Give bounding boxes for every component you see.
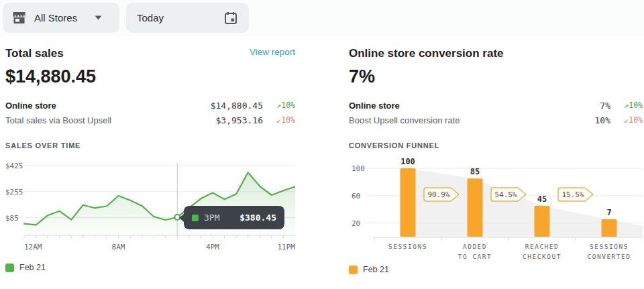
- tooltip-time-label: 3PM: [204, 213, 239, 223]
- conversion-rate-label: 90.9%: [427, 190, 449, 199]
- funnel-category-label: TO CART: [458, 253, 492, 260]
- date-selector-button[interactable]: Today: [126, 3, 249, 33]
- storefront-icon: [12, 11, 26, 24]
- metric-value: $14,880.45: [211, 101, 263, 111]
- metric-value: 10%: [595, 115, 610, 125]
- funnel-category-label: REACHED: [525, 243, 559, 250]
- conversion-breakdown: Online store 7% ↗10% Boost Upsell conver…: [349, 98, 643, 127]
- y-axis-tick-label: $85: [5, 214, 19, 223]
- bar-value-label: 7: [606, 208, 611, 217]
- delta-badge-up: ↗10%: [263, 101, 295, 110]
- metric-label: Online store: [5, 101, 211, 111]
- funnel-bar: [400, 168, 416, 237]
- x-axis-tick-label: 12AM: [24, 243, 42, 251]
- sales-over-time-chart[interactable]: $425$255$8512AM8AM4PM11PM 3PM $380.45: [5, 154, 295, 254]
- y-axis-tick-label: $425: [5, 162, 23, 170]
- bar-value-label: 100: [400, 157, 415, 166]
- funnel-category-label: CHECKOUT: [523, 253, 561, 260]
- sales-over-time-heading: SALES OVER TIME: [5, 141, 295, 151]
- date-selector-label: Today: [137, 12, 223, 23]
- x-axis-tick-label: 8AM: [112, 243, 125, 251]
- funnel-legend: Feb 21: [349, 265, 643, 274]
- metric-value: $3,953.16: [216, 115, 263, 125]
- store-selector-label: All Stores: [34, 12, 95, 23]
- metric-label: Online store: [349, 101, 600, 111]
- metric-row-online-store: Online store $14,880.45 ↗10%: [5, 98, 295, 113]
- conversion-rate-label: 15.5%: [561, 190, 584, 199]
- x-axis-tick-label: 4PM: [206, 243, 219, 251]
- legend-swatch-green: [5, 264, 14, 272]
- delta-badge-down: ↙10%: [610, 115, 643, 125]
- y-axis-tick-label: $255: [5, 188, 23, 196]
- chevron-down-icon: [95, 15, 102, 20]
- topbar: All Stores Today: [0, 0, 644, 36]
- conversion-rate-panel: Online store conversion rate 7% Online s…: [349, 47, 643, 274]
- funnel-category-label: CONVERTED: [588, 253, 631, 260]
- tooltip-value: $380.45: [239, 213, 276, 223]
- funnel-category-label: SESSIONS: [590, 243, 629, 250]
- y-axis-tick-label: 100: [352, 164, 365, 173]
- funnel-category-label: SESSIONS: [388, 243, 427, 250]
- metric-value: 7%: [600, 101, 610, 111]
- total-sales-value: $14,880.45: [5, 66, 295, 89]
- total-sales-breakdown: Online store $14,880.45 ↗10% Total sales…: [5, 98, 295, 127]
- funnel-bar: [602, 219, 617, 237]
- delta-badge-down: ↙10%: [263, 115, 295, 125]
- conversion-rate-label: 54.5%: [494, 190, 517, 199]
- metric-row-boost-upsell: Total sales via Boost Upsell $3,953.16 ↙…: [5, 113, 295, 127]
- legend-label: Feb 21: [19, 263, 46, 272]
- y-axis-tick-label: 20: [352, 219, 360, 228]
- sales-legend: Feb 21: [5, 263, 295, 272]
- legend-swatch-orange: [349, 266, 358, 274]
- bar-value-label: 45: [537, 194, 547, 204]
- total-sales-title: Total sales: [5, 47, 64, 60]
- metric-label: Total sales via Boost Upsell: [5, 115, 216, 125]
- view-report-link[interactable]: View report: [250, 47, 295, 57]
- metric-row-online-store-rate: Online store 7% ↗10%: [349, 98, 643, 113]
- funnel-category-label: ADDED: [463, 243, 487, 250]
- conversion-rate-title: Online store conversion rate: [349, 47, 504, 60]
- metric-row-boost-upsell-rate: Boost Upsell conversion rate 10% ↙10%: [349, 113, 643, 127]
- y-axis-tick-label: 60: [352, 192, 360, 200]
- total-sales-panel: Total sales View report $14,880.45 Onlin…: [5, 47, 295, 272]
- delta-badge-up: ↗10%: [610, 101, 643, 110]
- tooltip-series-swatch: [192, 215, 199, 221]
- metric-label: Boost Upsell conversion rate: [349, 115, 595, 125]
- x-axis-tick-label: 11PM: [278, 243, 296, 251]
- funnel-bar: [468, 178, 483, 237]
- legend-label: Feb 21: [363, 265, 389, 274]
- funnel-bar: [535, 206, 550, 237]
- conversion-funnel-chart[interactable]: 10060201008545790.9%54.5%15.5%SESSIONSAD…: [349, 154, 643, 264]
- chart-tooltip: 3PM $380.45: [184, 206, 284, 229]
- store-selector-button[interactable]: All Stores: [3, 3, 119, 33]
- conversion-rate-value: 7%: [349, 66, 643, 89]
- conversion-funnel-heading: CONVERSION FUNNEL: [349, 141, 643, 151]
- calendar-icon: [223, 11, 238, 25]
- bar-value-label: 85: [470, 167, 480, 176]
